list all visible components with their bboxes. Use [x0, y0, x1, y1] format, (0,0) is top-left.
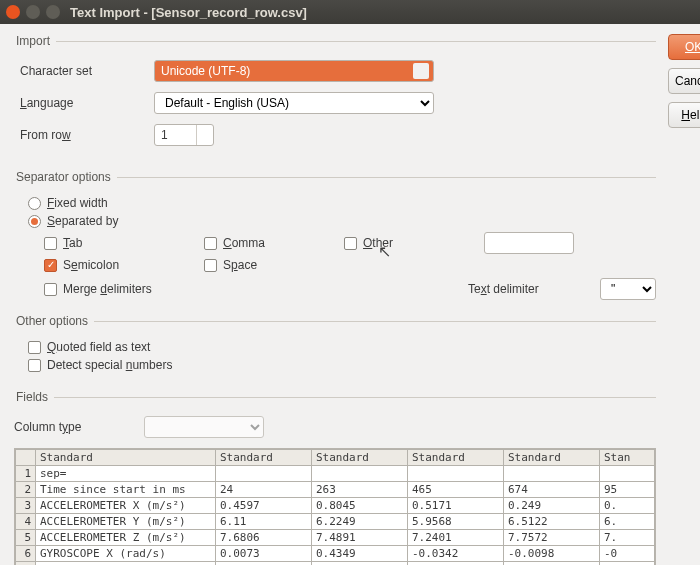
fromrow-label: From row: [14, 128, 154, 142]
window-close-button[interactable]: [6, 5, 20, 19]
cancel-button[interactable]: Cancel: [668, 68, 700, 94]
table-row[interactable]: 2Time since start in ms2426346567495: [16, 482, 655, 498]
fromrow-spin[interactable]: 1: [154, 124, 214, 146]
separator-fieldset: Separator options Fixed width Separated …: [14, 170, 656, 304]
preview-table-wrap[interactable]: Standard Standard Standard Standard Stan…: [14, 448, 656, 565]
table-row[interactable]: 3ACCELEROMETER X (m/s²)0.45970.80450.517…: [16, 498, 655, 514]
fields-fieldset: Fields Column type Standard Standard Sta…: [14, 390, 656, 565]
separator-legend: Separator options: [14, 170, 117, 184]
text-delimiter-combo[interactable]: ": [600, 278, 656, 300]
radio-icon: [28, 215, 41, 228]
fields-legend: Fields: [14, 390, 54, 404]
table-row[interactable]: 5ACCELEROMETER Z (m/s²)7.68067.48917.240…: [16, 530, 655, 546]
checkbox-icon: [344, 237, 357, 250]
comma-checkbox[interactable]: Comma: [204, 232, 344, 254]
column-type-combo[interactable]: [144, 416, 264, 438]
preview-table: Standard Standard Standard Standard Stan…: [15, 449, 655, 565]
separated-by-radio[interactable]: Separated by: [28, 214, 656, 228]
charset-label: Character set: [14, 64, 154, 78]
checkbox-icon: [44, 283, 57, 296]
titlebar: Text Import - [Sensor_record_row.csv]: [0, 0, 700, 24]
window-minimize-button[interactable]: [26, 5, 40, 19]
space-checkbox[interactable]: Space: [204, 258, 344, 272]
fixed-width-radio[interactable]: Fixed width: [28, 196, 656, 210]
other-input[interactable]: [484, 232, 574, 254]
table-row[interactable]: 1sep=: [16, 466, 655, 482]
text-delimiter-label: Text delimiter: [468, 282, 588, 296]
semicolon-checkbox[interactable]: Semicolon: [44, 258, 204, 272]
quoted-field-checkbox[interactable]: Quoted field as text: [28, 340, 656, 354]
checkbox-icon: [204, 259, 217, 272]
language-combo[interactable]: Default - English (USA): [154, 92, 434, 114]
merge-delimiters-checkbox[interactable]: Merge delimiters: [44, 282, 152, 296]
import-legend: Import: [14, 34, 56, 48]
charset-combo[interactable]: Unicode (UTF-8): [154, 60, 434, 82]
tab-checkbox[interactable]: Tab: [44, 232, 204, 254]
column-type-label: Column type: [14, 420, 144, 434]
other-checkbox[interactable]: Other: [344, 232, 484, 254]
language-label: Language: [14, 96, 154, 110]
window-maximize-button[interactable]: [46, 5, 60, 19]
checkbox-icon: [204, 237, 217, 250]
checkbox-icon: [44, 237, 57, 250]
radio-icon: [28, 197, 41, 210]
checkbox-icon: [28, 341, 41, 354]
table-row[interactable]: 7GYROSCOPE Y (rad/s)0.022-0.1197-0.04520…: [16, 562, 655, 566]
other-options-legend: Other options: [14, 314, 94, 328]
checkbox-icon: [44, 259, 57, 272]
help-button[interactable]: Help: [668, 102, 700, 128]
window-title: Text Import - [Sensor_record_row.csv]: [70, 5, 307, 20]
checkbox-icon: [28, 359, 41, 372]
table-row[interactable]: 4ACCELEROMETER Y (m/s²)6.116.22495.95686…: [16, 514, 655, 530]
table-row[interactable]: 6GYROSCOPE X (rad/s)0.00730.4349-0.0342-…: [16, 546, 655, 562]
import-fieldset: Import Character set Unicode (UTF-8) Lan…: [14, 34, 656, 160]
other-options-fieldset: Other options Quoted field as text Detec…: [14, 314, 656, 380]
preview-header-row: Standard Standard Standard Standard Stan…: [16, 450, 655, 466]
ok-button[interactable]: OK: [668, 34, 700, 60]
detect-numbers-checkbox[interactable]: Detect special numbers: [28, 358, 656, 372]
